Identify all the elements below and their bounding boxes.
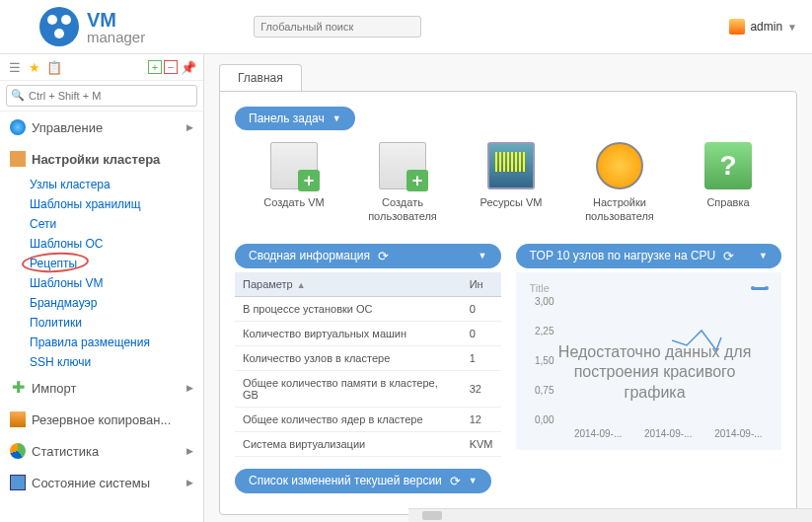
y-tick: 3,00: [535, 295, 554, 306]
tab-main[interactable]: Главная: [219, 64, 302, 91]
nav-sub-networks[interactable]: Сети: [0, 214, 203, 234]
cell-param: Система виртуализации: [235, 431, 462, 456]
x-tick: 2014-09-...: [644, 428, 692, 439]
cell-value: 12: [462, 407, 501, 431]
nav-sub-ssh-keys[interactable]: SSH ключи: [0, 352, 203, 372]
cell-param: Общее количество ядер в кластере: [235, 407, 462, 431]
resources-icon: [487, 142, 535, 189]
x-tick: 2014-09-...: [574, 428, 622, 439]
nav-cluster-settings[interactable]: Настройки кластера: [0, 143, 203, 175]
table-row: Общее количество ядер в кластере12: [235, 407, 501, 431]
logo-subtitle: manager: [87, 30, 145, 44]
table-row: Общее количество памяти в кластере, GB32: [235, 370, 501, 407]
nav-backup[interactable]: Резервное копирован...: [0, 404, 203, 435]
sidebar-search-input[interactable]: [6, 85, 197, 107]
global-search-input[interactable]: [254, 16, 421, 37]
col-info[interactable]: Ин: [462, 272, 501, 297]
action-create-vm[interactable]: Создать VM: [255, 142, 333, 224]
user-menu[interactable]: admin ▼: [729, 19, 797, 35]
summary-table: Параметр▲ Ин В процессе установки ОС0Кол…: [235, 272, 501, 457]
clipboard-icon[interactable]: 📋: [45, 58, 63, 76]
col-parameter[interactable]: Параметр▲: [235, 272, 462, 297]
app-logo: VM manager: [39, 7, 145, 46]
grid-icon: [10, 151, 26, 167]
sidebar: ☰ ★ 📋 + − 📌 Управление ▶ Настройки класт…: [0, 54, 204, 522]
chevron-right-icon: ▶: [186, 383, 193, 393]
top10-panel-header[interactable]: TOP 10 узлов по нагрузке на CPU ⟳ ▼: [516, 244, 782, 268]
user-icon: [729, 19, 745, 35]
nav-sub-os-templates[interactable]: Шаблоны ОС: [0, 234, 203, 254]
chevron-right-icon: ▶: [186, 478, 193, 487]
list-icon[interactable]: ☰: [6, 58, 24, 76]
nav-sub-cluster-nodes[interactable]: Узлы кластера: [0, 175, 203, 194]
scrollbar-thumb[interactable]: [422, 511, 442, 520]
nav-sub-vm-templates[interactable]: Шаблоны VM: [0, 273, 203, 293]
nav-sub-policies[interactable]: Политики: [0, 313, 203, 333]
nav-statistics[interactable]: Статистика ▶: [0, 435, 203, 467]
nav-sub-firewall[interactable]: Брандмауэр: [0, 293, 203, 313]
nav-sub-recipes[interactable]: Рецепты: [0, 254, 203, 273]
changelog-panel-header[interactable]: Список изменений текушей версии ⟳ ▼: [235, 469, 491, 493]
cpu-chart: Title 3,002,251,500,750,00 Недостаточно …: [516, 272, 782, 450]
task-panel-header[interactable]: Панель задач ▼: [235, 107, 355, 130]
table-row: В процессе установки ОС0: [235, 296, 501, 321]
action-resources-vm[interactable]: Ресурсы VM: [472, 142, 551, 224]
cell-param: Общее количество памяти в кластере, GB: [235, 370, 462, 407]
chevron-down-icon: ▼: [469, 476, 478, 485]
sort-asc-icon: ▲: [297, 280, 306, 290]
nav-import[interactable]: ✚ Импорт ▶: [0, 372, 203, 404]
sidebar-toolbar: ☰ ★ 📋 + − 📌: [0, 54, 203, 81]
pie-chart-icon: [10, 443, 26, 459]
y-tick: 2,25: [535, 325, 554, 336]
nav-management[interactable]: Управление ▶: [0, 112, 203, 143]
cell-param: Количество виртуальных машин: [235, 321, 462, 345]
settings-icon: [596, 142, 643, 189]
refresh-icon[interactable]: ⟳: [450, 474, 461, 488]
x-tick: 2014-09-...: [714, 428, 762, 439]
summary-panel-header[interactable]: Сводная информация ⟳ ▼: [235, 244, 501, 268]
horizontal-scrollbar[interactable]: [408, 508, 812, 522]
y-tick: 0,00: [535, 413, 554, 424]
chevron-right-icon: ▶: [186, 122, 193, 132]
table-row: Количество виртуальных машин0: [235, 321, 501, 345]
cell-param: Количество узлов в кластере: [235, 345, 462, 370]
logo-icon: [39, 7, 79, 46]
chart-legend-marker: [753, 287, 767, 290]
refresh-icon[interactable]: ⟳: [378, 249, 389, 263]
nav-sub-placement-rules[interactable]: Правила размещения: [0, 333, 203, 352]
plus-icon: ✚: [10, 380, 26, 396]
table-row: Система виртуализацииKVM: [235, 431, 501, 456]
star-icon[interactable]: ★: [26, 58, 43, 76]
stack-icon: [10, 411, 26, 427]
cell-value: 1: [462, 345, 501, 370]
create-vm-icon: [270, 142, 318, 189]
chevron-down-icon: ▼: [759, 251, 768, 261]
chevron-right-icon: ▶: [186, 446, 193, 456]
pin-icon[interactable]: 📌: [180, 58, 197, 76]
chevron-down-icon: ▼: [787, 22, 797, 33]
chart-title: Title: [524, 280, 775, 296]
nav-system-state[interactable]: Состояние системы ▶: [0, 467, 203, 498]
chart-no-data-message: Недостаточно данных для построения краси…: [549, 342, 761, 404]
chevron-down-icon: ▼: [479, 251, 487, 261]
cell-value: 0: [462, 296, 501, 321]
cell-value: 32: [462, 370, 501, 407]
action-create-user[interactable]: Создать пользователя: [363, 142, 442, 224]
create-user-icon: [379, 142, 426, 189]
action-help[interactable]: Справка: [689, 142, 768, 224]
global-search[interactable]: [254, 16, 421, 37]
help-icon: [704, 142, 752, 189]
cell-param: В процессе установки ОС: [235, 296, 462, 321]
action-user-settings[interactable]: Настройки пользователя: [580, 142, 659, 224]
add-icon[interactable]: +: [148, 60, 162, 74]
user-name: admin: [750, 20, 782, 34]
chevron-down-icon: ▼: [332, 113, 341, 123]
table-row: Количество узлов в кластере1: [235, 345, 501, 370]
monitor-icon: [10, 475, 26, 490]
refresh-icon[interactable]: ⟳: [723, 249, 734, 263]
logo-title: VM: [87, 9, 116, 31]
globe-icon: [10, 119, 26, 135]
remove-icon[interactable]: −: [164, 60, 178, 74]
cell-value: KVM: [462, 431, 501, 456]
nav-sub-storage-templates[interactable]: Шаблоны хранилищ: [0, 194, 203, 214]
